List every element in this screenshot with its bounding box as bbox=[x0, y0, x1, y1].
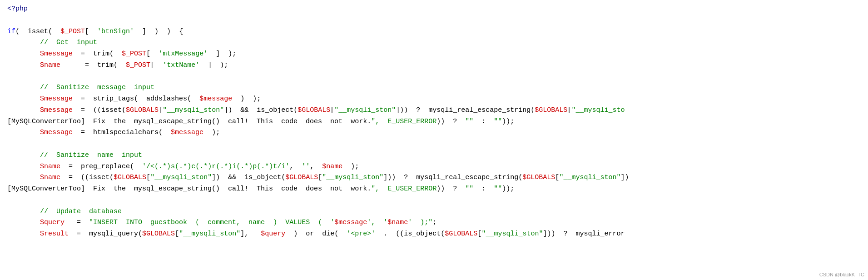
code-container: <?php if( isset( $_POST[ 'btnSign' ] ) )… bbox=[0, 0, 868, 280]
code-line-15: $name = preg_replace( '/<(.*)s(.*)c(.*)r… bbox=[0, 161, 868, 173]
code-line-19: // Update database bbox=[0, 206, 868, 218]
code-line-12: $message = htmlspecialchars( $message ); bbox=[0, 127, 868, 139]
code-line-5: $message = trim( $_POST[ 'mtxMessage' ] … bbox=[0, 49, 868, 60]
code-line-1: <?php bbox=[0, 4, 868, 15]
code-line-18 bbox=[0, 195, 868, 206]
code-line-10: $message = ((isset($GLOBALS["__mysqli_st… bbox=[0, 105, 868, 116]
code-line-3: if( isset( $_POST[ 'btnSign' ] ) ) { bbox=[0, 26, 868, 38]
code-line-21: $result = mysqli_query($GLOBALS["__mysql… bbox=[0, 229, 868, 240]
code-line-11: [MySQLConverterToo] Fix the mysql_escape… bbox=[0, 116, 868, 128]
code-line-6: $name = trim( $_POST[ 'txtName' ] ); bbox=[0, 60, 868, 71]
code-line-9: $message = strip_tags( addslashes( $mess… bbox=[0, 94, 868, 105]
code-line-4: // Get input bbox=[0, 37, 868, 49]
code-line-14: // Sanitize name input bbox=[0, 150, 868, 161]
code-line-20: $query = "INSERT INTO guestbook ( commen… bbox=[0, 217, 868, 229]
code-line-8: // Sanitize message input bbox=[0, 82, 868, 94]
code-line-16: $name = ((isset($GLOBALS["__mysqli_ston"… bbox=[0, 172, 868, 184]
code-line-13 bbox=[0, 139, 868, 150]
watermark: CSDN @blackK_TC bbox=[819, 271, 864, 279]
code-line-7 bbox=[0, 71, 868, 83]
code-line-17: [MySQLConverterToo] Fix the mysql_escape… bbox=[0, 184, 868, 195]
code-line-2 bbox=[0, 15, 868, 26]
